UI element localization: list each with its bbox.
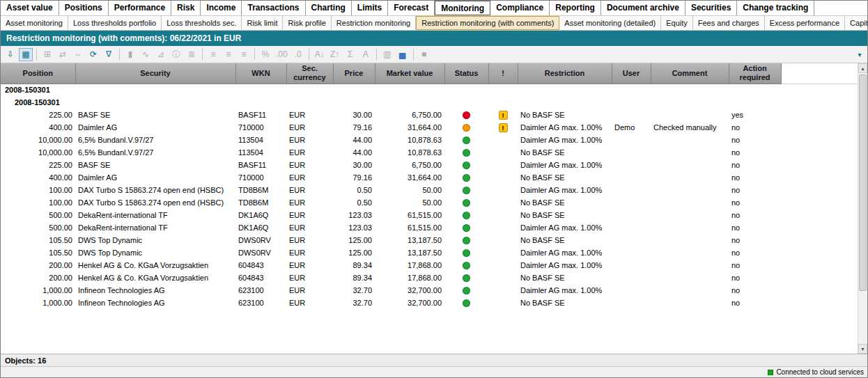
table-row[interactable]: 400.00Daimler AG710000EUR79.1631,664.00!… xyxy=(1,121,858,134)
column-header-restriction[interactable]: Restriction xyxy=(518,63,612,84)
cell-status xyxy=(444,284,488,297)
menu-tab-change-tracking[interactable]: Change tracking xyxy=(737,1,814,15)
cell-currency: EUR xyxy=(286,121,333,134)
view-tab-loss-thresholds-portfolio[interactable]: Loss thresholds portfolio xyxy=(68,16,162,30)
table-row[interactable]: 500.00DekaRent-international TFDK1A6QEUR… xyxy=(1,221,858,234)
vertical-scrollbar[interactable]: ▲ ▼ xyxy=(858,63,867,354)
cell-filler xyxy=(781,297,858,309)
toolbar-separator xyxy=(309,49,309,60)
cell-security: DekaRent-international TF xyxy=(75,209,235,221)
cell-price: 89.34 xyxy=(333,271,375,284)
table-row[interactable]: 100.00DAX Turbo S 15863.274 open end (HS… xyxy=(1,196,858,209)
column-header-position[interactable]: Position xyxy=(1,63,75,84)
view-tab-capital-flows[interactable]: Capital flows xyxy=(845,16,867,30)
cell-wkn: 604843 xyxy=(235,271,286,284)
cell-user xyxy=(612,184,651,196)
menu-tab-transactions[interactable]: Transactions xyxy=(242,1,305,15)
cell-filler xyxy=(781,146,858,159)
cell-filler xyxy=(781,221,858,234)
cell-filler xyxy=(781,246,858,259)
status-ok-icon xyxy=(463,287,470,294)
refresh-icon[interactable]: ⟳ xyxy=(86,48,100,61)
cell-warning xyxy=(488,284,518,297)
table-row[interactable]: 10,000.006,5% Bundanl.V.97/27113504EUR44… xyxy=(1,134,858,146)
menu-tab-performance[interactable]: Performance xyxy=(109,1,171,15)
cell-currency: EUR xyxy=(286,171,333,184)
view-tab-excess-performance[interactable]: Excess performance xyxy=(765,16,845,30)
table-row[interactable]: 225.00BASF SEBASF11EUR30.006,750.00Daiml… xyxy=(1,159,858,171)
column-header-status[interactable]: Status xyxy=(444,63,488,84)
menu-tab-risk[interactable]: Risk xyxy=(171,1,201,15)
table-row[interactable]: 100.00DAX Turbo S 15863.274 open end (HS… xyxy=(1,184,858,196)
view-tab-loss-thresholds-sec[interactable]: Loss thresholds sec. xyxy=(162,16,242,30)
column-header-wkn[interactable]: WKN xyxy=(235,63,286,84)
cell-comment xyxy=(651,297,729,309)
group-row[interactable]: 2008-150301 xyxy=(1,96,858,109)
add-decimal-icon: .00 xyxy=(274,48,290,61)
menu-tab-limits[interactable]: Limits xyxy=(352,1,388,15)
cell-price: 44.00 xyxy=(333,146,375,159)
cell-position: 10,000.00 xyxy=(1,146,75,159)
cell-status xyxy=(444,196,488,209)
view-tab-restriction-monitoring[interactable]: Restriction monitoring xyxy=(332,16,416,30)
menu-tab-forecast[interactable]: Forecast xyxy=(388,1,435,15)
menu-tab-document-archive[interactable]: Document archive xyxy=(601,1,685,15)
cell-filler xyxy=(781,121,858,134)
table-row[interactable]: 500.00DekaRent-international TFDK1A6QEUR… xyxy=(1,209,858,221)
column-header-price[interactable]: Price xyxy=(333,63,375,84)
cell-action-required: no xyxy=(729,121,781,134)
toolbar-separator xyxy=(119,49,120,60)
scrollbar-track[interactable] xyxy=(858,73,867,344)
column-header-[interactable]: ! xyxy=(488,63,518,84)
cell-status xyxy=(444,271,488,284)
table-row[interactable]: 1,000.00Infineon Technologies AG623100EU… xyxy=(1,284,858,297)
menu-tab-charting[interactable]: Charting xyxy=(306,1,352,15)
column-header-user[interactable]: User xyxy=(612,63,651,84)
view-tab-risk-profile[interactable]: Risk profile xyxy=(283,16,331,30)
view-tab-asset-monitoring[interactable]: Asset monitoring xyxy=(1,16,68,30)
cell-market-value: 10,878.63 xyxy=(375,134,444,146)
view-tab-asset-monitoring-detailed[interactable]: Asset monitoring (detailed) xyxy=(559,16,661,30)
view-tab-restriction-monitoring-with-comments[interactable]: Restriction monitoring (with comments) xyxy=(416,16,559,30)
view-tab-equity[interactable]: Equity xyxy=(661,16,693,30)
view-tab-risk-limit[interactable]: Risk limit xyxy=(242,16,283,30)
column-header-comment[interactable]: Comment xyxy=(651,63,729,84)
cell-comment xyxy=(651,271,729,284)
table-row[interactable]: 200.00Henkel AG & Co. KGaA Vorzugsaktien… xyxy=(1,259,858,271)
menu-tab-reporting[interactable]: Reporting xyxy=(550,1,601,15)
menu-tab-asset-value[interactable]: Asset value xyxy=(1,1,59,15)
status-ok-icon xyxy=(463,212,470,219)
column-header-security[interactable]: Security xyxy=(75,63,235,84)
menu-tab-income[interactable]: Income xyxy=(201,1,242,15)
menu-tab-monitoring[interactable]: Monitoring xyxy=(435,1,490,15)
toolbar-overflow-icon[interactable]: ▾ xyxy=(855,48,865,61)
export-chart-icon[interactable]: ⇩ xyxy=(3,48,17,61)
menu-tab-securities[interactable]: Securities xyxy=(685,1,737,15)
table-row[interactable]: 200.00Henkel AG & Co. KGaA Vorzugsaktien… xyxy=(1,271,858,284)
cell-user xyxy=(612,246,651,259)
table-row[interactable]: 10,000.006,5% Bundanl.V.97/27113504EUR44… xyxy=(1,146,858,159)
scroll-up-icon[interactable]: ▲ xyxy=(858,63,867,73)
table-row[interactable]: 225.00BASF SEBASF11EUR30.006,750.00!No B… xyxy=(1,109,858,121)
view-tab-fees-and-charges[interactable]: Fees and charges xyxy=(693,16,765,30)
column-header-sec-currency[interactable]: Sec. currency xyxy=(286,63,333,84)
scrollbar-thumb[interactable] xyxy=(859,74,867,291)
table-chart-toggle-icon[interactable]: ▦ xyxy=(19,48,33,61)
table-row[interactable]: 105.50DWS Top DynamicDWS0RVEUR125.0013,1… xyxy=(1,246,858,259)
filter-icon[interactable]: ∇ xyxy=(102,48,116,61)
column-header-market-value[interactable]: Market value xyxy=(375,63,444,84)
group-row[interactable]: 2008-150301 xyxy=(1,84,858,96)
area-chart-icon: ⊿ xyxy=(154,48,168,61)
warning-icon: ! xyxy=(499,123,508,132)
scroll-down-icon[interactable]: ▼ xyxy=(858,344,867,354)
table-row[interactable]: 400.00Daimler AG710000EUR79.1631,664.00N… xyxy=(1,171,858,184)
menu-tab-positions[interactable]: Positions xyxy=(59,1,109,15)
column-chart-icon[interactable]: ▅ xyxy=(396,48,410,61)
status-ok-icon xyxy=(463,174,470,182)
cell-comment xyxy=(651,221,729,234)
menu-tab-compliance[interactable]: Compliance xyxy=(490,1,550,15)
table-row[interactable]: 105.50DWS Top DynamicDWS0RVEUR125.0013,1… xyxy=(1,234,858,246)
cell-position: 500.00 xyxy=(1,221,75,234)
table-row[interactable]: 1,000.00Infineon Technologies AG623100EU… xyxy=(1,297,858,309)
column-header-action-required[interactable]: Action required xyxy=(729,63,781,84)
